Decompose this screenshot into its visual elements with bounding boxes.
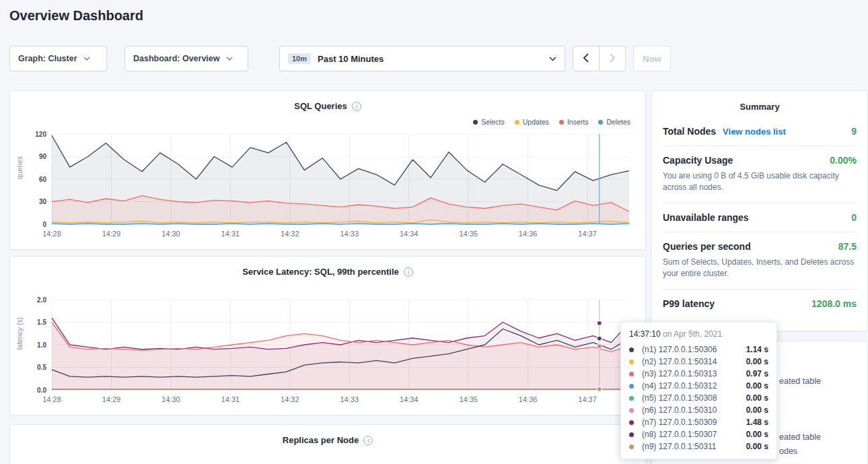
legend-item[interactable]: Selects xyxy=(473,118,504,126)
tooltip-node-row: (n5) 127.0.0.1:503080.00 s xyxy=(629,392,768,404)
tooltip-node-row: (n2) 127.0.0.1:503140.00 s xyxy=(629,356,768,368)
summary-caption: Sum of Selects, Updates, Inserts, and De… xyxy=(663,257,857,280)
svg-text:1.0: 1.0 xyxy=(37,341,46,349)
chevron-right-icon xyxy=(610,53,615,65)
svg-text:60: 60 xyxy=(39,176,47,183)
svg-text:14:35: 14:35 xyxy=(459,230,478,238)
sql-queries-chart-panel: SQL Queries SelectsUpdatesInsertsDeletes… xyxy=(9,90,646,250)
chevron-down-icon xyxy=(83,57,90,61)
summary-row-queries-per-second: Queries per second 87.5 Sum of Selects, … xyxy=(663,232,857,290)
svg-text:0.0: 0.0 xyxy=(37,387,46,394)
summary-value: 87.5 xyxy=(838,241,857,252)
svg-text:14:32: 14:32 xyxy=(281,395,299,403)
tooltip-node-row: (n7) 127.0.0.1:503091.48 s xyxy=(629,416,768,428)
summary-caption: You are using 0 B of 4.5 GiB usable disk… xyxy=(663,170,857,194)
svg-text:0: 0 xyxy=(42,221,46,228)
summary-panel: Summary Total Nodes View nodes list 9 Ca… xyxy=(651,90,868,331)
node-color-dot-icon xyxy=(629,396,634,401)
svg-text:14:30: 14:30 xyxy=(161,230,180,238)
svg-text:14:31: 14:31 xyxy=(221,230,240,238)
node-color-dot-icon xyxy=(629,384,634,389)
service-latency-plot[interactable]: 14:2814:2914:3014:3114:3214:3314:3414:35… xyxy=(10,292,645,412)
chevron-down-icon xyxy=(226,57,233,61)
time-range-selector[interactable]: 10m Past 10 Minutes xyxy=(279,46,565,71)
summary-value: 1208.0 ms xyxy=(811,298,857,309)
node-color-dot-icon xyxy=(629,372,634,376)
service-latency-chart-panel: Service Latency: SQL, 99th percentile la… xyxy=(9,256,646,416)
time-prev-button[interactable] xyxy=(573,46,600,71)
summary-value: 0 xyxy=(851,212,857,223)
summary-row-total-nodes: Total Nodes View nodes list 9 xyxy=(663,117,857,146)
info-icon[interactable] xyxy=(404,267,413,277)
time-next-button[interactable] xyxy=(599,46,626,71)
legend-dot-icon xyxy=(473,120,478,125)
tooltip-node-row: (n8) 127.0.0.1:503070.00 s xyxy=(629,428,768,440)
svg-text:14:36: 14:36 xyxy=(519,395,538,403)
svg-text:0.5: 0.5 xyxy=(37,364,46,371)
svg-text:14:28: 14:28 xyxy=(42,230,61,238)
node-color-dot-icon xyxy=(629,360,634,364)
latency-hover-tooltip: 14:37:10 on Apr 5th, 2021 (n1) 127.0.0.1… xyxy=(620,322,777,459)
overview-dashboard-page: Overview Dashboard Graph: Cluster Dashbo… xyxy=(0,0,868,464)
dashboard-dropdown[interactable]: Dashboard: Overview xyxy=(124,46,248,71)
time-range-label: Past 10 Minutes xyxy=(318,54,384,64)
svg-text:14:32: 14:32 xyxy=(281,230,299,238)
dashboard-dropdown-label: Dashboard: Overview xyxy=(133,54,220,63)
tooltip-node-row: (n4) 127.0.0.1:503120.00 s xyxy=(629,380,768,392)
info-icon[interactable] xyxy=(352,102,361,111)
svg-text:1.5: 1.5 xyxy=(37,319,46,326)
tooltip-node-row: (n9) 127.0.0.1:503110.00 s xyxy=(629,440,768,453)
svg-text:14:28: 14:28 xyxy=(42,395,61,403)
summary-label: Total Nodes xyxy=(663,126,716,137)
svg-text:14:37: 14:37 xyxy=(578,395,597,403)
tooltip-node-row: (n3) 127.0.0.1:503130.97 s xyxy=(629,368,768,380)
legend-dot-icon xyxy=(515,120,519,125)
replicas-per-node-chart-panel: Replicas per Node xyxy=(9,424,646,464)
legend-item[interactable]: Deletes xyxy=(598,118,630,126)
summary-label: Queries per second xyxy=(663,241,751,252)
graph-dropdown[interactable]: Graph: Cluster xyxy=(9,46,107,71)
svg-text:14:33: 14:33 xyxy=(340,230,359,238)
event-item-fragment[interactable]: odes xyxy=(779,446,797,456)
svg-text:90: 90 xyxy=(39,153,47,160)
info-icon[interactable] xyxy=(363,436,373,445)
chevron-left-icon xyxy=(583,53,589,65)
summary-label: Capacity Usage xyxy=(663,155,733,166)
legend-dot-icon xyxy=(598,120,603,125)
svg-text:14:34: 14:34 xyxy=(400,395,419,403)
svg-text:30: 30 xyxy=(39,198,47,205)
legend-item[interactable]: Updates xyxy=(515,118,549,126)
summary-title: Summary xyxy=(652,91,867,117)
node-color-dot-icon xyxy=(629,444,634,449)
summary-row-capacity-usage: Capacity Usage 0.00% You are using 0 B o… xyxy=(663,146,857,203)
sql-queries-plot[interactable]: 14:2814:2914:3014:3114:3214:3314:3414:35… xyxy=(10,126,645,246)
svg-text:14:34: 14:34 xyxy=(400,230,419,238)
event-item-fragment[interactable]: eated table xyxy=(779,432,821,442)
legend-dot-icon xyxy=(559,120,564,125)
node-color-dot-icon xyxy=(629,408,634,413)
svg-text:14:37: 14:37 xyxy=(578,230,597,238)
chart-title: Replicas per Node xyxy=(283,435,359,445)
summary-value: 9 xyxy=(851,126,857,137)
svg-text:14:33: 14:33 xyxy=(340,395,359,403)
node-color-dot-icon xyxy=(629,432,634,437)
svg-text:14:29: 14:29 xyxy=(102,230,121,238)
page-title: Overview Dashboard xyxy=(9,8,143,24)
now-button[interactable]: Now xyxy=(633,46,671,71)
time-range-badge: 10m xyxy=(288,53,311,64)
event-item-fragment[interactable]: eated table xyxy=(779,376,821,386)
chart-legend: SelectsUpdatesInsertsDeletes xyxy=(473,118,630,126)
chart-title: SQL Queries xyxy=(294,101,347,111)
view-nodes-list-link[interactable]: View nodes list xyxy=(723,127,786,137)
svg-text:14:30: 14:30 xyxy=(161,395,180,403)
legend-item[interactable]: Inserts xyxy=(559,118,589,126)
node-color-dot-icon xyxy=(629,347,634,352)
svg-text:120: 120 xyxy=(35,131,46,138)
graph-dropdown-label: Graph: Cluster xyxy=(18,54,77,63)
svg-text:14:35: 14:35 xyxy=(459,395,478,403)
tooltip-node-row: (n1) 127.0.0.1:503061.14 s xyxy=(629,343,768,356)
summary-value: 0.00% xyxy=(830,155,857,166)
svg-text:14:36: 14:36 xyxy=(519,230,538,238)
tooltip-timestamp: 14:37:10 on Apr 5th, 2021 xyxy=(629,329,768,339)
summary-label: P99 latency xyxy=(663,298,715,309)
